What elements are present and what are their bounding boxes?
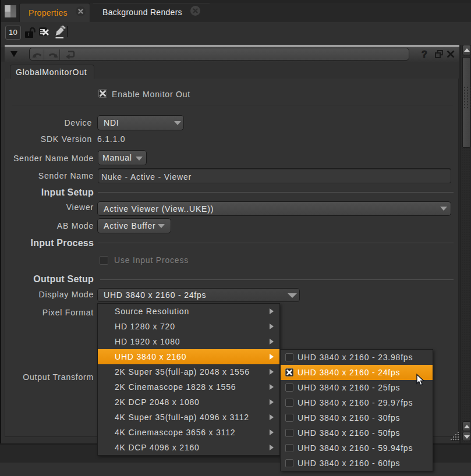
- svg-text:?: ?: [422, 49, 427, 59]
